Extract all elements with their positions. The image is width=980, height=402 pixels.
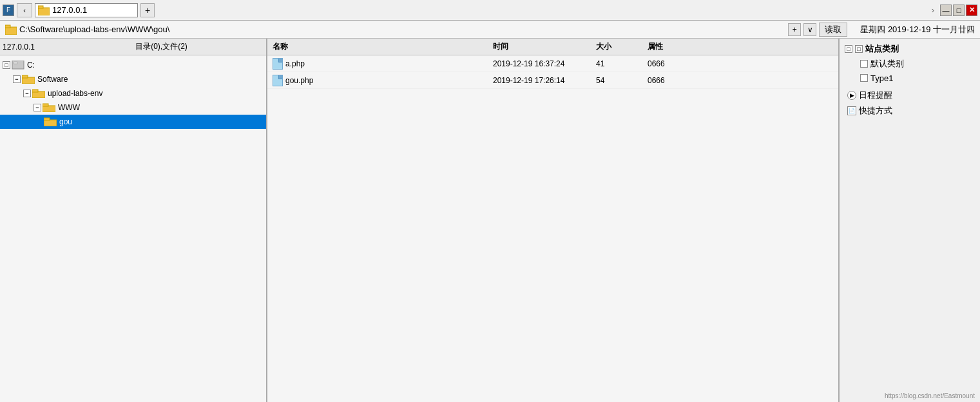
shortcut-label: 快捷方式 — [859, 105, 892, 117]
col-header-size: 大小 — [596, 41, 648, 52]
path-down-button[interactable]: ∨ — [803, 23, 816, 36]
folder-icon-gou — [44, 117, 57, 126]
file-time-gou-php: 2019-12-19 17:26:14 — [493, 76, 596, 85]
side-panel: □ □ 站点类别 默认类别 Type1 ▶ 日程提醒 📄 快捷方式 — [838, 39, 980, 402]
path-text: C:\Software\upload-labs-env\WWW\gou\ — [19, 24, 785, 34]
close-button[interactable]: ✕ — [966, 5, 977, 16]
read-button[interactable]: 读取 — [819, 23, 847, 37]
window-controls: › — □ ✕ — [927, 5, 977, 16]
file-label-gou-php: gou.php — [285, 76, 313, 85]
svg-rect-7 — [22, 75, 28, 78]
tree-label-upload-labs-env: upload-labs-env — [46, 89, 102, 98]
title-bar-left: F ‹ 127.0.0.1 + — [3, 3, 925, 17]
forward-button[interactable]: › — [927, 5, 939, 16]
col-header-name: 名称 — [267, 41, 493, 52]
file-icon-a-php — [273, 58, 283, 70]
tree-label-www: WWW — [57, 103, 80, 112]
file-label-a-php: a.php — [285, 59, 305, 68]
left-panel-header: 127.0.0.1 目录(0),文件(2) — [0, 39, 266, 55]
side-item-type1[interactable]: Type1 — [845, 71, 975, 85]
file-attr-a-php: 0666 — [648, 59, 699, 68]
side-item-default-category[interactable]: 默认类别 — [845, 57, 975, 71]
path-folder-icon — [5, 24, 17, 35]
checkbox-type1[interactable] — [860, 74, 868, 82]
tree-label-gou: gou — [58, 117, 72, 126]
side-schedule-row[interactable]: ▶ 日程提醒 — [845, 88, 975, 103]
tree-item-software[interactable]: − Software — [0, 72, 266, 86]
file-size-a-php: 41 — [596, 59, 648, 68]
title-bar: F ‹ 127.0.0.1 + › — □ ✕ — [0, 0, 980, 21]
app-icon: F — [3, 5, 14, 16]
site-category-label: 站点类别 — [865, 43, 899, 55]
file-row-a-php[interactable]: a.php 2019-12-19 16:37:24 41 0666 — [267, 55, 838, 72]
svg-rect-5 — [14, 62, 17, 64]
expand-site-category[interactable]: □ — [845, 45, 852, 53]
file-panel: 名称 时间 大小 属性 a.php 2019-12-19 16:37:24 41… — [267, 39, 838, 402]
watermark: https://blog.csdn.net/Eastmount — [885, 392, 975, 399]
file-row-gou-php[interactable]: gou.php 2019-12-19 17:26:14 54 0666 — [267, 72, 838, 89]
file-icon-gou-php — [273, 75, 283, 86]
file-time-a-php: 2019-12-19 16:37:24 — [493, 59, 596, 68]
file-list-header: 名称 时间 大小 属性 — [267, 39, 838, 55]
file-name-a-php: a.php — [267, 58, 493, 70]
expand-www[interactable]: − — [34, 104, 41, 111]
path-plus-button[interactable]: + — [788, 23, 801, 36]
path-controls: + ∨ — [788, 23, 816, 36]
folder-icon-upload-labs — [32, 89, 45, 98]
file-size-gou-php: 54 — [596, 76, 648, 85]
file-attr-gou-php: 0666 — [648, 76, 699, 85]
tree-label-c: C: — [26, 61, 35, 70]
left-panel: 127.0.0.1 目录(0),文件(2) □ C: − Softwa — [0, 39, 267, 402]
svg-rect-0 — [38, 8, 50, 15]
back-button[interactable]: ‹ — [17, 3, 32, 17]
svg-rect-11 — [43, 104, 48, 106]
svg-rect-1 — [38, 6, 43, 8]
checkbox-default-category[interactable] — [860, 60, 868, 68]
site-category-header: □ □ 站点类别 — [845, 41, 975, 57]
shortcut-icon: 📄 — [847, 106, 856, 115]
maximize-button[interactable]: □ — [953, 5, 965, 16]
expand-software[interactable]: − — [13, 75, 21, 83]
svg-rect-9 — [32, 90, 38, 92]
main-layout: 127.0.0.1 目录(0),文件(2) □ C: − Softwa — [0, 39, 980, 402]
svg-rect-13 — [44, 118, 50, 120]
drive-icon — [12, 61, 24, 70]
folder-icon-software — [22, 75, 35, 84]
side-shortcut-row[interactable]: 📄 快捷方式 — [845, 103, 975, 119]
file-name-gou-php: gou.php — [267, 75, 493, 86]
folder-icon-www — [43, 103, 55, 112]
schedule-label: 日程提醒 — [859, 90, 892, 101]
col-header-time: 时间 — [493, 41, 596, 52]
schedule-icon: ▶ — [847, 91, 856, 100]
col-header-attr: 属性 — [648, 41, 699, 52]
expand-upload-labs-env[interactable]: − — [23, 90, 31, 97]
ftp-ip: 127.0.0.1 — [3, 43, 54, 52]
dir-file-info: 目录(0),文件(2) — [59, 41, 264, 52]
address-bar[interactable]: 127.0.0.1 — [35, 3, 138, 17]
path-bar: C:\Software\upload-labs-env\WWW\gou\ + ∨… — [0, 21, 980, 39]
tree-item-upload-labs-env[interactable]: − upload-labs-env — [0, 86, 266, 100]
add-tab-button[interactable]: + — [140, 3, 155, 17]
tree-item-c-drive[interactable]: □ C: — [0, 58, 266, 72]
directory-tree: □ C: − Software − — [0, 55, 266, 402]
svg-rect-3 — [5, 25, 10, 28]
expand-c-drive[interactable]: □ — [3, 61, 10, 69]
tree-label-software: Software — [36, 75, 68, 84]
minimize-button[interactable]: — — [940, 5, 952, 16]
tab-address: 127.0.0.1 — [52, 5, 87, 15]
tree-item-www[interactable]: − WWW — [0, 100, 266, 115]
tree-item-gou[interactable]: gou — [0, 115, 266, 129]
svg-rect-2 — [5, 27, 17, 35]
expand2-site-category[interactable]: □ — [855, 45, 863, 53]
datetime-display: 星期四 2019-12-19 十一月廿四 — [860, 24, 975, 35]
folder-icon-small — [38, 5, 50, 15]
label-default-category: 默认类别 — [870, 58, 904, 70]
file-list: a.php 2019-12-19 16:37:24 41 0666 gou.ph… — [267, 55, 838, 402]
label-type1: Type1 — [870, 73, 893, 83]
